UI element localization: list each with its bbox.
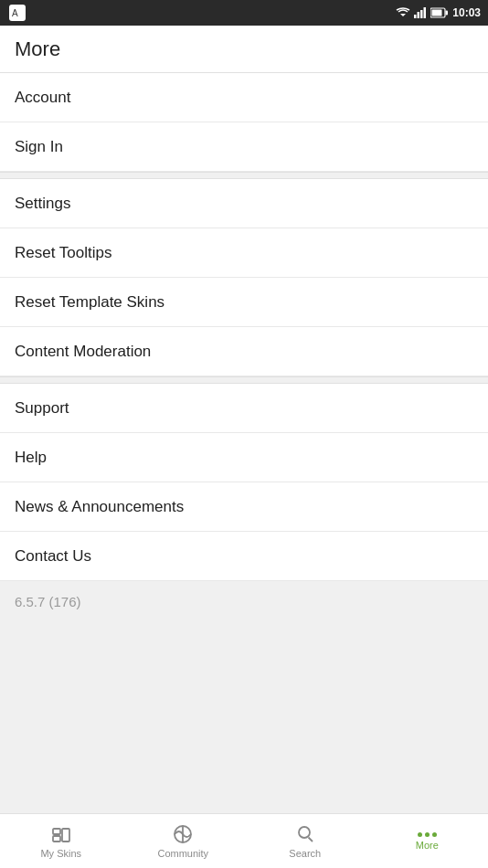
nav-label-more: More: [416, 840, 439, 851]
more-dots-icon: [418, 832, 437, 837]
signal-icon: [414, 7, 427, 18]
svg-rect-3: [418, 12, 420, 18]
svg-rect-9: [53, 829, 60, 834]
version-section: 6.5.7 (176): [0, 581, 488, 734]
page-header: More: [0, 26, 488, 73]
wifi-icon: [396, 7, 410, 18]
svg-text:A: A: [12, 8, 18, 18]
page-title: More: [15, 37, 60, 61]
svg-rect-2: [414, 15, 417, 18]
menu-item-settings[interactable]: Settings: [0, 179, 488, 228]
nav-item-community[interactable]: Community: [122, 814, 245, 868]
nav-item-search[interactable]: Search: [244, 814, 366, 868]
app-icon: A: [9, 5, 26, 21]
svg-rect-8: [432, 10, 442, 16]
nav-label-search: Search: [289, 848, 321, 859]
menu-item-sign-in[interactable]: Sign In: [0, 122, 488, 172]
svg-rect-11: [62, 829, 69, 842]
svg-rect-10: [53, 836, 60, 842]
my-skins-icon: [50, 823, 72, 845]
nav-label-my-skins: My Skins: [40, 848, 81, 859]
svg-rect-4: [420, 10, 423, 18]
nav-item-more[interactable]: More: [366, 814, 489, 868]
menu-item-contact-us[interactable]: Contact Us: [0, 532, 488, 581]
status-bar: A 10:03: [0, 0, 488, 26]
menu-item-support[interactable]: Support: [0, 384, 488, 433]
community-icon: [172, 823, 194, 845]
menu-item-content-moderation[interactable]: Content Moderation: [0, 327, 488, 376]
content-wrapper: Account Sign In Settings Reset Tooltips …: [0, 73, 488, 861]
svg-rect-7: [446, 11, 449, 16]
battery-icon: [430, 7, 449, 18]
nav-item-my-skins[interactable]: My Skins: [0, 814, 122, 868]
section-divider-2: [0, 376, 488, 384]
svg-marker-1: [400, 14, 406, 16]
search-icon: [294, 823, 316, 845]
nav-label-community: Community: [157, 848, 208, 859]
menu-item-news-announcements[interactable]: News & Announcements: [0, 482, 488, 532]
bottom-navigation: My Skins Community Search More: [0, 813, 488, 868]
svg-point-14: [299, 827, 310, 838]
status-bar-right: 10:03: [396, 6, 481, 19]
section-divider-1: [0, 172, 488, 179]
status-bar-left: A: [9, 5, 26, 21]
version-text: 6.5.7 (176): [15, 594, 81, 609]
svg-rect-5: [424, 7, 427, 18]
menu-item-reset-template-skins[interactable]: Reset Template Skins: [0, 278, 488, 327]
menu-item-help[interactable]: Help: [0, 433, 488, 482]
menu-list: Account Sign In Settings Reset Tooltips …: [0, 73, 488, 581]
menu-item-account[interactable]: Account: [0, 73, 488, 122]
svg-line-15: [308, 838, 313, 842]
menu-item-reset-tooltips[interactable]: Reset Tooltips: [0, 228, 488, 278]
status-time: 10:03: [452, 6, 481, 19]
